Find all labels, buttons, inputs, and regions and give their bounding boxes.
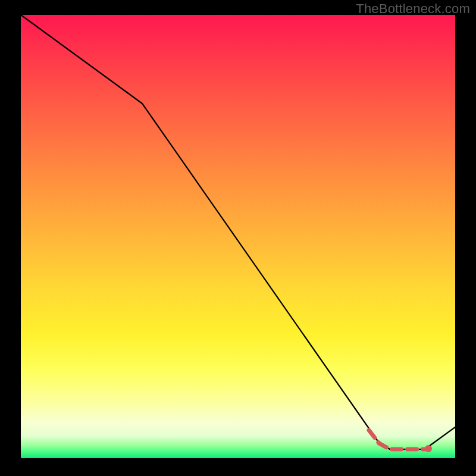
chart-plot-area (21, 15, 455, 458)
chart-end-dot (425, 445, 432, 452)
chart-stage: TheBottleneck.com (0, 0, 476, 476)
chart-main-line (21, 15, 455, 449)
chart-overlay (21, 15, 455, 458)
